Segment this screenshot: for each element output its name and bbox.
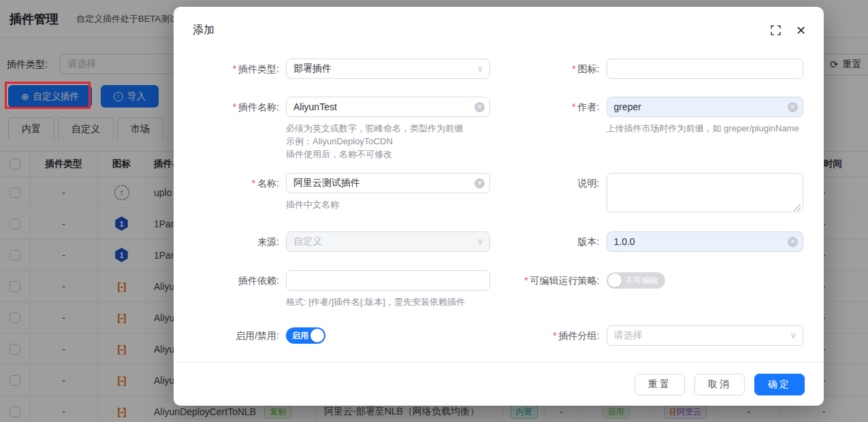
toggle-text: 不可编辑	[626, 275, 658, 287]
deps-label: 插件依赖:	[194, 270, 286, 308]
reset-button[interactable]: 重置	[634, 374, 685, 395]
confirm-button[interactable]: 确定	[754, 374, 805, 395]
group-placeholder: 请选择	[614, 329, 643, 342]
plugin-type-select[interactable]: 部署插件	[286, 59, 490, 79]
chevron-down-icon: ∨	[790, 330, 797, 341]
field-plugin-name: *插件名称: ✕ 必须为英文或数字，驼峰命名，类型作为前缀 示例：AliyunD…	[194, 97, 499, 161]
plugin-name-label: *插件名称:	[194, 97, 286, 161]
author-label: *作者:	[499, 97, 607, 135]
desc-textarea[interactable]	[607, 173, 804, 212]
deps-input[interactable]	[286, 270, 490, 291]
toggle-knob	[608, 274, 622, 287]
title-cn-help: 插件中文名称	[286, 198, 490, 211]
enabled-toggle[interactable]: 启用	[286, 327, 325, 344]
clear-icon[interactable]: ✕	[475, 178, 485, 189]
cancel-button[interactable]: 取消	[694, 374, 745, 395]
clear-icon[interactable]: ✕	[475, 102, 485, 112]
clear-icon[interactable]: ✕	[788, 102, 798, 112]
desc-label: 说明:	[499, 173, 607, 215]
chevron-down-icon: ∨	[477, 236, 483, 247]
resize-handle-icon[interactable]	[794, 204, 801, 211]
plugin-name-input[interactable]	[286, 97, 490, 117]
clear-icon[interactable]: ✕	[788, 237, 798, 247]
group-select[interactable]: 请选择	[607, 325, 804, 346]
editable-policy-label: *可编辑运行策略:	[499, 270, 607, 291]
icon-input[interactable]	[607, 59, 804, 79]
plugin-type-label: *插件类型:	[194, 59, 286, 79]
close-icon[interactable]: ✕	[796, 25, 806, 37]
field-desc: 说明:	[499, 173, 804, 215]
enabled-label: 启用/禁用:	[194, 325, 286, 346]
modal-footer: 重置 取消 确定	[174, 362, 824, 406]
required-star: *	[233, 63, 236, 74]
deps-help: 格式: [作者/]插件名[:版本]，需先安装依赖插件	[286, 295, 490, 308]
source-label: 来源:	[194, 231, 286, 252]
fullscreen-icon[interactable]	[771, 25, 781, 35]
editable-policy-toggle[interactable]: 不可编辑	[607, 272, 665, 289]
title-cn-input[interactable]	[286, 173, 490, 193]
modal-title: 添加	[193, 23, 214, 37]
field-author: *作者: ✕ 上传插件市场时作为前缀，如 greper/pluginName	[499, 97, 804, 135]
red-annotation-box	[5, 82, 91, 109]
toggle-knob	[310, 329, 324, 342]
chevron-down-icon: ∨	[477, 63, 483, 74]
author-input[interactable]	[607, 97, 804, 117]
field-title-cn: *名称: ✕ 插件中文名称	[194, 173, 499, 211]
title-cn-label: *名称:	[194, 173, 286, 211]
required-star: *	[572, 63, 575, 74]
add-plugin-modal: 添加 ✕ *插件类型: 部署插件 ∨ *图标:	[174, 7, 824, 406]
required-star: *	[233, 101, 236, 112]
plugin-name-help: 必须为英文或数字，驼峰命名，类型作为前缀 示例：AliyunDeployToCD…	[286, 122, 490, 161]
field-enabled: 启用/禁用: 启用	[194, 325, 499, 346]
required-star: *	[572, 101, 575, 112]
field-group: *插件分组: 请选择 ∨	[499, 325, 804, 346]
version-label: 版本:	[499, 231, 607, 252]
required-star: *	[553, 330, 556, 341]
field-deps: 插件依赖: 格式: [作者/]插件名[:版本]，需先安装依赖插件	[194, 270, 499, 308]
modal-form: *插件类型: 部署插件 ∨ *图标: *插件名称:	[174, 37, 824, 346]
field-icon: *图标:	[499, 59, 804, 79]
source-select: 自定义	[286, 231, 490, 252]
icon-label: *图标:	[499, 59, 607, 79]
group-label: *插件分组:	[499, 325, 607, 346]
required-star: *	[252, 178, 255, 189]
source-value: 自定义	[293, 236, 322, 248]
field-source: 来源: 自定义 ∨	[194, 231, 499, 252]
field-version: 版本: ✕	[499, 231, 804, 252]
author-help: 上传插件市场时作为前缀，如 greper/pluginName	[607, 122, 804, 135]
field-plugin-type: *插件类型: 部署插件 ∨	[194, 59, 499, 79]
version-input[interactable]	[607, 231, 804, 252]
plugin-type-value: 部署插件	[293, 63, 332, 75]
field-editable-policy: *可编辑运行策略: 不可编辑	[499, 270, 804, 291]
toggle-text: 启用	[292, 330, 308, 342]
modal-header: 添加 ✕	[174, 7, 824, 37]
required-star: *	[524, 275, 528, 286]
